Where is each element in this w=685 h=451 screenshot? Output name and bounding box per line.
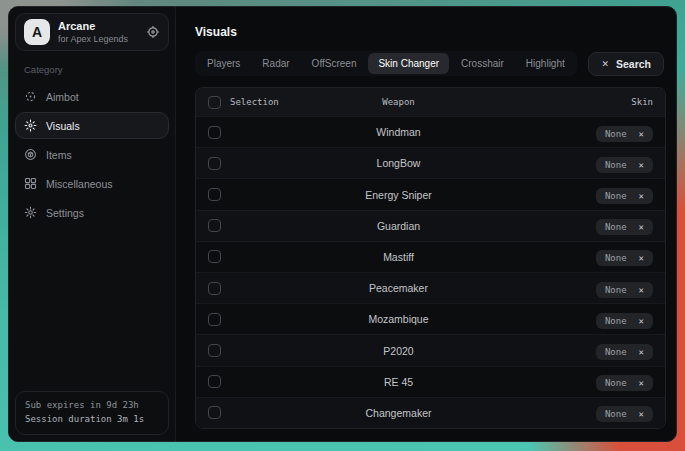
search-button-label: Search — [616, 58, 651, 70]
row-checkbox[interactable] — [208, 282, 221, 295]
column-header-weapon: Weapon — [322, 97, 475, 107]
tab-bar: Players Radar OffScreen Skin Changer Cro… — [195, 51, 577, 76]
toolbar: Players Radar OffScreen Skin Changer Cro… — [195, 51, 664, 76]
sidebar: A Arcane for Apex Legends Category Aimbo… — [9, 7, 176, 441]
row-checkbox[interactable] — [208, 250, 221, 263]
search-button[interactable]: ✕ Search — [588, 52, 664, 76]
sidebar-item-visuals[interactable]: Visuals — [15, 112, 169, 139]
close-icon: ✕ — [601, 59, 609, 69]
skin-badge[interactable]: None✕ — [596, 219, 653, 235]
tab-radar[interactable]: Radar — [252, 53, 299, 74]
app-subtitle: for Apex Legends — [58, 34, 128, 44]
row-checkbox[interactable] — [208, 406, 221, 419]
tab-highlight[interactable]: Highlight — [516, 53, 575, 74]
skin-badge[interactable]: None✕ — [596, 282, 653, 298]
app-window: A Arcane for Apex Legends Category Aimbo… — [8, 6, 677, 442]
app-logo: A — [24, 19, 50, 45]
skin-value: None — [605, 409, 627, 419]
badge-close-icon[interactable]: ✕ — [639, 378, 644, 388]
crosshair-icon — [24, 90, 37, 103]
weapon-name: Peacemaker — [322, 282, 475, 294]
row-checkbox[interactable] — [208, 219, 221, 232]
subscription-info: Sub expires in 9d 23h Session duration 3… — [15, 391, 169, 435]
skin-value: None — [605, 129, 627, 139]
badge-close-icon[interactable]: ✕ — [639, 160, 644, 170]
sidebar-item-items[interactable]: Items — [15, 141, 169, 168]
session-duration-text: Session duration 3m 1s — [25, 413, 159, 427]
grid-icon — [24, 177, 37, 190]
badge-close-icon[interactable]: ✕ — [639, 285, 644, 295]
row-checkbox[interactable] — [208, 344, 221, 357]
skin-badge[interactable]: None✕ — [596, 188, 653, 204]
row-checkbox[interactable] — [208, 188, 221, 201]
sub-expiry-text: Sub expires in 9d 23h — [25, 399, 159, 413]
weapon-name: Changemaker — [322, 407, 475, 419]
skin-value: None — [605, 285, 627, 295]
row-checkbox[interactable] — [208, 126, 221, 139]
skin-value: None — [605, 253, 627, 263]
weapon-name: LongBow — [322, 157, 475, 169]
table-row: RE 45 None✕ — [196, 366, 665, 397]
tab-offscreen[interactable]: OffScreen — [302, 53, 367, 74]
sidebar-item-label: Visuals — [46, 120, 80, 132]
page-title: Visuals — [195, 25, 666, 39]
skin-badge[interactable]: None✕ — [596, 250, 653, 266]
skin-badge[interactable]: None✕ — [596, 375, 653, 391]
badge-close-icon[interactable]: ✕ — [639, 222, 644, 232]
profile-text: Arcane for Apex Legends — [58, 20, 128, 44]
tab-players[interactable]: Players — [197, 53, 250, 74]
sidebar-item-miscellaneous[interactable]: Miscellaneous — [15, 170, 169, 197]
skin-badge[interactable]: None✕ — [596, 126, 653, 142]
skin-badge[interactable]: None✕ — [596, 157, 653, 173]
weapon-name: Windman — [322, 126, 475, 138]
row-checkbox[interactable] — [208, 375, 221, 388]
weapon-name: RE 45 — [322, 376, 475, 388]
skin-badge[interactable]: None✕ — [596, 406, 653, 422]
badge-close-icon[interactable]: ✕ — [639, 316, 644, 326]
weapon-name: Energy Sniper — [322, 189, 475, 201]
table-row: Guardian None✕ — [196, 210, 665, 241]
sidebar-item-aimbot[interactable]: Aimbot — [15, 83, 169, 110]
weapon-name: Mastiff — [322, 251, 475, 263]
tab-crosshair[interactable]: Crosshair — [451, 53, 514, 74]
main-panel: Visuals Players Radar OffScreen Skin Cha… — [176, 7, 676, 441]
profile-card: A Arcane for Apex Legends — [15, 13, 169, 51]
skin-value: None — [605, 378, 627, 388]
tab-skin-changer[interactable]: Skin Changer — [368, 53, 449, 74]
table-row: P2020 None✕ — [196, 334, 665, 365]
column-header-selection: Selection — [230, 97, 322, 107]
skin-value: None — [605, 222, 627, 232]
badge-close-icon[interactable]: ✕ — [639, 191, 644, 201]
scope-icon[interactable] — [146, 25, 160, 39]
skin-table: Selection Weapon Skin Windman None✕ Long… — [195, 87, 666, 429]
sidebar-item-label: Settings — [46, 207, 84, 219]
skin-badge[interactable]: None✕ — [596, 344, 653, 360]
table-row: Peacemaker None✕ — [196, 272, 665, 303]
sidebar-item-label: Items — [46, 149, 72, 161]
weapon-name: Guardian — [322, 220, 475, 232]
table-row: Windman None✕ — [196, 116, 665, 147]
sidebar-item-settings[interactable]: Settings — [15, 199, 169, 226]
skin-badge[interactable]: None✕ — [596, 313, 653, 329]
skin-value: None — [605, 316, 627, 326]
sidebar-item-label: Miscellaneous — [46, 178, 113, 190]
row-checkbox[interactable] — [208, 313, 221, 326]
table-row: Mozambique None✕ — [196, 303, 665, 334]
row-checkbox[interactable] — [208, 157, 221, 170]
badge-close-icon[interactable]: ✕ — [639, 347, 644, 357]
badge-close-icon[interactable]: ✕ — [639, 129, 644, 139]
weapon-name: Mozambique — [322, 313, 475, 325]
table-row: LongBow None✕ — [196, 147, 665, 178]
select-all-checkbox[interactable] — [208, 96, 221, 109]
table-header: Selection Weapon Skin — [196, 88, 665, 116]
weapon-name: P2020 — [322, 345, 475, 357]
gear-icon — [24, 206, 37, 219]
table-row: Energy Sniper None✕ — [196, 178, 665, 209]
badge-close-icon[interactable]: ✕ — [639, 409, 644, 419]
skin-value: None — [605, 160, 627, 170]
table-body: Windman None✕ LongBow None✕ Energy Snipe… — [196, 116, 665, 428]
column-header-skin: Skin — [475, 97, 665, 107]
app-name: Arcane — [58, 20, 128, 32]
table-row: Mastiff None✕ — [196, 241, 665, 272]
badge-close-icon[interactable]: ✕ — [639, 253, 644, 263]
